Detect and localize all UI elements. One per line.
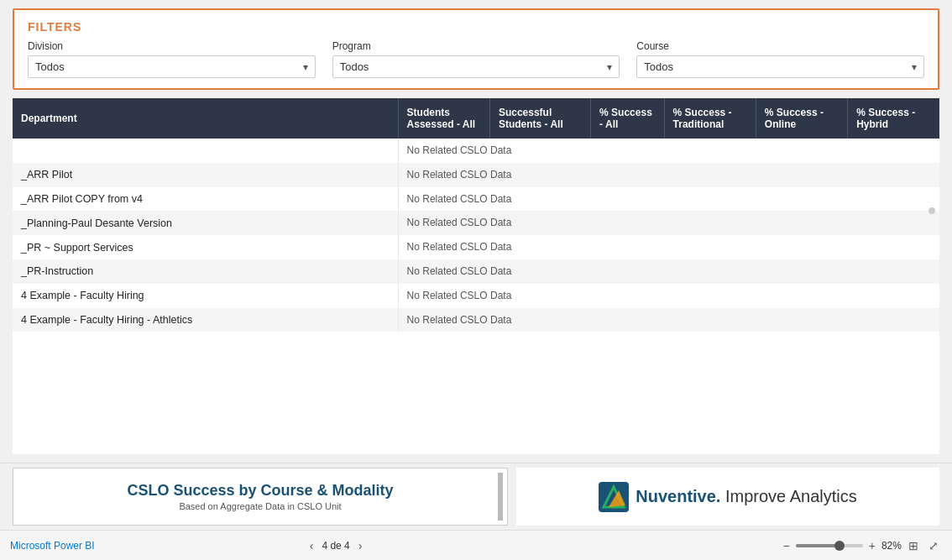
scroll-indicator [928, 207, 935, 214]
filters-title: FILTERS [28, 20, 924, 34]
filters-box: FILTERS Division Todos ▾ Program Todos ▾ [13, 8, 939, 90]
nav-prev-button[interactable]: ‹ [306, 537, 317, 554]
bottom-left-panel: CSLO Success by Course & Modality Based … [13, 468, 508, 526]
data-table: Department Students Assessed - All Succe… [13, 98, 939, 332]
no-data-cell: No Related CSLO Data [398, 163, 939, 187]
no-data-cell: No Related CSLO Data [398, 211, 939, 235]
powerbi-bar: Microsoft Power BI ‹ 4 de 4 › − + 82% ⊞ … [0, 530, 952, 560]
table-row: _PR-InstructionNo Related CSLO Data [13, 259, 939, 284]
col-header-successful-students: Successful Students - All [489, 98, 590, 139]
scroll-bar[interactable] [498, 473, 503, 521]
table-row: _ARR Pilot COPY from v4No Related CSLO D… [13, 187, 939, 212]
course-label: Course [636, 40, 924, 52]
bottom-bar: CSLO Success by Course & Modality Based … [0, 463, 952, 530]
nuventive-logo: Nuventive. Improve Analytics [599, 482, 856, 512]
filter-group-division: Division Todos ▾ [28, 40, 316, 78]
zoom-slider[interactable] [796, 544, 863, 547]
powerbi-link[interactable]: Microsoft Power BI [10, 540, 95, 552]
fit-page-icon[interactable]: ⊞ [905, 539, 922, 552]
col-header-pct-success-hybrid: % Success - Hybrid [848, 98, 939, 139]
dept-cell: _PR ~ Support Services [13, 235, 398, 259]
table-row: 4 Example - Faculty HiringNo Related CSL… [13, 284, 939, 308]
nuventive-icon [599, 482, 629, 512]
dept-cell [13, 139, 398, 163]
no-data-cell: No Related CSLO Data [398, 235, 939, 259]
main-container: FILTERS Division Todos ▾ Program Todos ▾ [0, 0, 952, 560]
content-area: FILTERS Division Todos ▾ Program Todos ▾ [0, 0, 952, 463]
table-container: Department Students Assessed - All Succe… [13, 98, 939, 454]
division-select[interactable]: Todos ▾ [28, 55, 316, 78]
no-data-cell: No Related CSLO Data [398, 259, 939, 284]
col-header-pct-success-all: % Success - All [591, 98, 664, 139]
table-header-row: Department Students Assessed - All Succe… [13, 98, 939, 139]
division-arrow-icon: ▾ [303, 61, 308, 73]
no-data-cell: No Related CSLO Data [398, 308, 939, 332]
no-data-cell: No Related CSLO Data [398, 187, 939, 212]
course-arrow-icon: ▾ [912, 61, 917, 73]
dept-cell: 4 Example - Faculty Hiring - Athletics [13, 308, 398, 332]
bottom-chart-title: CSLO Success by Course & Modality [127, 482, 393, 500]
filter-group-course: Course Todos ▾ [636, 40, 924, 78]
bottom-chart-subtitle: Based on Aggregate Data in CSLO Unit [179, 501, 341, 511]
table-row: _PR ~ Support ServicesNo Related CSLO Da… [13, 235, 939, 259]
division-value: Todos [35, 60, 65, 73]
dept-cell: _ARR Pilot COPY from v4 [13, 187, 398, 212]
col-header-department: Department [13, 98, 398, 139]
fullscreen-icon[interactable]: ⤢ [925, 539, 942, 552]
col-header-pct-success-online: % Success - Online [756, 98, 847, 139]
filters-row: Division Todos ▾ Program Todos ▾ Course [28, 40, 924, 78]
division-label: Division [28, 40, 316, 52]
dept-cell: 4 Example - Faculty Hiring [13, 284, 398, 308]
course-value: Todos [644, 60, 673, 73]
zoom-out-button[interactable]: − [781, 539, 792, 552]
page-info: 4 de 4 [322, 540, 349, 552]
program-label: Program [332, 40, 620, 52]
table-row: No Related CSLO Data [13, 139, 939, 163]
bottom-right-panel: Nuventive. Improve Analytics [516, 468, 939, 526]
table-row: _ARR PilotNo Related CSLO Data [13, 163, 939, 187]
page-navigation: ‹ 4 de 4 › [306, 537, 366, 554]
dept-cell: _Planning-Paul Desante Version [13, 211, 398, 235]
zoom-slider-thumb[interactable] [834, 541, 845, 551]
zoom-controls: − + 82% ⊞ ⤢ [781, 539, 942, 552]
table-row: _Planning-Paul Desante VersionNo Related… [13, 211, 939, 235]
program-value: Todos [340, 60, 369, 73]
table-row: 4 Example - Faculty Hiring - AthleticsNo… [13, 308, 939, 332]
program-select[interactable]: Todos ▾ [332, 55, 620, 78]
no-data-cell: No Related CSLO Data [398, 284, 939, 308]
nav-next-button[interactable]: › [355, 537, 366, 554]
dept-cell: _PR-Instruction [13, 259, 398, 284]
col-header-pct-success-traditional: % Success - Traditional [664, 98, 756, 139]
col-header-students-assessed: Students Assessed - All [398, 98, 489, 139]
course-select[interactable]: Todos ▾ [636, 55, 924, 78]
filter-group-program: Program Todos ▾ [332, 40, 620, 78]
zoom-level: 82% [881, 540, 902, 552]
zoom-in-button[interactable]: + [866, 539, 878, 552]
dept-cell: _ARR Pilot [13, 163, 398, 187]
program-arrow-icon: ▾ [607, 61, 612, 73]
zoom-slider-fill [796, 544, 836, 547]
no-data-cell: No Related CSLO Data [398, 139, 939, 163]
nuventive-brand-text: Nuventive. Improve Analytics [636, 487, 856, 506]
